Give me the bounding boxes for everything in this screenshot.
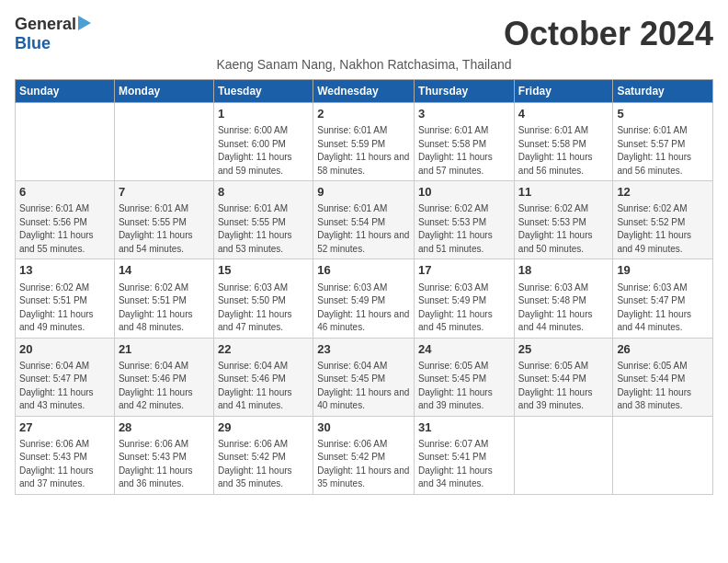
day-number: 23 bbox=[317, 341, 410, 358]
day-number: 30 bbox=[317, 419, 410, 436]
calendar-cell: 26Sunrise: 6:05 AM Sunset: 5:44 PM Dayli… bbox=[613, 338, 713, 416]
week-row-3: 13Sunrise: 6:02 AM Sunset: 5:51 PM Dayli… bbox=[16, 259, 713, 338]
day-info: Sunrise: 6:00 AM Sunset: 6:00 PM Dayligh… bbox=[218, 124, 309, 178]
calendar-header: SundayMondayTuesdayWednesdayThursdayFrid… bbox=[16, 80, 713, 103]
day-info: Sunrise: 6:02 AM Sunset: 5:53 PM Dayligh… bbox=[518, 202, 609, 256]
calendar-cell: 6Sunrise: 6:01 AM Sunset: 5:56 PM Daylig… bbox=[16, 181, 115, 259]
calendar-cell: 3Sunrise: 6:01 AM Sunset: 5:58 PM Daylig… bbox=[415, 103, 515, 181]
day-number: 13 bbox=[19, 262, 110, 279]
day-number: 8 bbox=[218, 184, 309, 201]
day-number: 3 bbox=[418, 106, 510, 122]
day-number: 22 bbox=[218, 341, 309, 358]
calendar-cell: 19Sunrise: 6:03 AM Sunset: 5:47 PM Dayli… bbox=[613, 259, 713, 338]
day-number: 9 bbox=[317, 184, 410, 201]
day-info: Sunrise: 6:01 AM Sunset: 5:58 PM Dayligh… bbox=[418, 124, 510, 178]
calendar-cell: 29Sunrise: 6:06 AM Sunset: 5:42 PM Dayli… bbox=[213, 416, 313, 494]
day-number: 24 bbox=[418, 341, 510, 358]
header-saturday: Saturday bbox=[613, 80, 713, 103]
day-number: 27 bbox=[19, 419, 110, 436]
day-info: Sunrise: 6:04 AM Sunset: 5:46 PM Dayligh… bbox=[218, 360, 309, 413]
day-number: 12 bbox=[617, 184, 709, 201]
day-info: Sunrise: 6:03 AM Sunset: 5:50 PM Dayligh… bbox=[218, 282, 309, 335]
day-info: Sunrise: 6:03 AM Sunset: 5:49 PM Dayligh… bbox=[418, 282, 510, 335]
day-number: 18 bbox=[518, 262, 609, 279]
day-number: 6 bbox=[19, 184, 110, 201]
logo-blue-text: Blue bbox=[15, 34, 51, 53]
day-number: 26 bbox=[617, 341, 709, 358]
day-info: Sunrise: 6:01 AM Sunset: 5:57 PM Dayligh… bbox=[617, 124, 709, 178]
calendar-body: 1Sunrise: 6:00 AM Sunset: 6:00 PM Daylig… bbox=[16, 103, 713, 495]
calendar-cell bbox=[613, 416, 713, 494]
header-sunday: Sunday bbox=[16, 80, 115, 103]
day-number: 5 bbox=[617, 106, 709, 122]
logo: General Blue bbox=[15, 15, 91, 53]
day-info: Sunrise: 6:06 AM Sunset: 5:43 PM Dayligh… bbox=[19, 438, 110, 491]
calendar-cell: 28Sunrise: 6:06 AM Sunset: 5:43 PM Dayli… bbox=[114, 416, 213, 494]
calendar-cell: 22Sunrise: 6:04 AM Sunset: 5:46 PM Dayli… bbox=[213, 338, 313, 416]
day-number: 2 bbox=[317, 106, 410, 122]
day-info: Sunrise: 6:04 AM Sunset: 5:45 PM Dayligh… bbox=[317, 360, 410, 413]
calendar-cell: 20Sunrise: 6:04 AM Sunset: 5:47 PM Dayli… bbox=[16, 338, 115, 416]
location-subtitle: Kaeng Sanam Nang, Nakhon Ratchasima, Tha… bbox=[15, 57, 713, 72]
day-info: Sunrise: 6:03 AM Sunset: 5:47 PM Dayligh… bbox=[617, 282, 709, 335]
calendar-cell: 1Sunrise: 6:00 AM Sunset: 6:00 PM Daylig… bbox=[213, 103, 313, 181]
calendar-cell: 18Sunrise: 6:03 AM Sunset: 5:48 PM Dayli… bbox=[514, 259, 613, 338]
calendar-cell: 27Sunrise: 6:06 AM Sunset: 5:43 PM Dayli… bbox=[16, 416, 115, 494]
calendar-cell: 30Sunrise: 6:06 AM Sunset: 5:42 PM Dayli… bbox=[313, 416, 415, 494]
day-number: 16 bbox=[317, 262, 410, 279]
week-row-2: 6Sunrise: 6:01 AM Sunset: 5:56 PM Daylig… bbox=[16, 181, 713, 259]
header-thursday: Thursday bbox=[415, 80, 515, 103]
calendar-cell: 10Sunrise: 6:02 AM Sunset: 5:53 PM Dayli… bbox=[415, 181, 515, 259]
calendar-cell: 9Sunrise: 6:01 AM Sunset: 5:54 PM Daylig… bbox=[313, 181, 415, 259]
calendar-table: SundayMondayTuesdayWednesdayThursdayFrid… bbox=[15, 79, 713, 495]
calendar-cell bbox=[16, 103, 115, 181]
day-number: 11 bbox=[518, 184, 609, 201]
page-header: General Blue October 2024 bbox=[15, 15, 713, 53]
day-info: Sunrise: 6:07 AM Sunset: 5:41 PM Dayligh… bbox=[418, 438, 510, 491]
calendar-cell: 14Sunrise: 6:02 AM Sunset: 5:51 PM Dayli… bbox=[114, 259, 213, 338]
calendar-cell: 11Sunrise: 6:02 AM Sunset: 5:53 PM Dayli… bbox=[514, 181, 613, 259]
day-info: Sunrise: 6:01 AM Sunset: 5:54 PM Dayligh… bbox=[317, 202, 410, 256]
calendar-cell: 31Sunrise: 6:07 AM Sunset: 5:41 PM Dayli… bbox=[415, 416, 515, 494]
day-info: Sunrise: 6:05 AM Sunset: 5:44 PM Dayligh… bbox=[518, 360, 609, 413]
day-info: Sunrise: 6:06 AM Sunset: 5:42 PM Dayligh… bbox=[218, 438, 309, 491]
week-row-4: 20Sunrise: 6:04 AM Sunset: 5:47 PM Dayli… bbox=[16, 338, 713, 416]
header-row: SundayMondayTuesdayWednesdayThursdayFrid… bbox=[16, 80, 713, 103]
day-info: Sunrise: 6:03 AM Sunset: 5:48 PM Dayligh… bbox=[518, 282, 609, 335]
week-row-5: 27Sunrise: 6:06 AM Sunset: 5:43 PM Dayli… bbox=[16, 416, 713, 494]
day-info: Sunrise: 6:04 AM Sunset: 5:46 PM Dayligh… bbox=[119, 360, 210, 413]
calendar-cell: 5Sunrise: 6:01 AM Sunset: 5:57 PM Daylig… bbox=[613, 103, 713, 181]
logo-general-text: General bbox=[15, 15, 76, 34]
day-number: 20 bbox=[19, 341, 110, 358]
day-number: 15 bbox=[218, 262, 309, 279]
calendar-cell: 25Sunrise: 6:05 AM Sunset: 5:44 PM Dayli… bbox=[514, 338, 613, 416]
day-info: Sunrise: 6:05 AM Sunset: 5:44 PM Dayligh… bbox=[617, 360, 709, 413]
day-number: 19 bbox=[617, 262, 709, 279]
day-number: 4 bbox=[518, 106, 609, 122]
day-number: 17 bbox=[418, 262, 510, 279]
calendar-cell: 4Sunrise: 6:01 AM Sunset: 5:58 PM Daylig… bbox=[514, 103, 613, 181]
calendar-cell: 13Sunrise: 6:02 AM Sunset: 5:51 PM Dayli… bbox=[16, 259, 115, 338]
day-number: 25 bbox=[518, 341, 609, 358]
day-number: 31 bbox=[418, 419, 510, 436]
calendar-cell: 21Sunrise: 6:04 AM Sunset: 5:46 PM Dayli… bbox=[114, 338, 213, 416]
header-tuesday: Tuesday bbox=[213, 80, 313, 103]
month-title: October 2024 bbox=[504, 15, 713, 53]
calendar-cell: 7Sunrise: 6:01 AM Sunset: 5:55 PM Daylig… bbox=[114, 181, 213, 259]
calendar-cell: 24Sunrise: 6:05 AM Sunset: 5:45 PM Dayli… bbox=[415, 338, 515, 416]
day-info: Sunrise: 6:02 AM Sunset: 5:52 PM Dayligh… bbox=[617, 202, 709, 256]
day-number: 21 bbox=[119, 341, 210, 358]
day-number: 29 bbox=[218, 419, 309, 436]
day-info: Sunrise: 6:04 AM Sunset: 5:47 PM Dayligh… bbox=[19, 360, 110, 413]
calendar-cell: 8Sunrise: 6:01 AM Sunset: 5:55 PM Daylig… bbox=[213, 181, 313, 259]
day-info: Sunrise: 6:02 AM Sunset: 5:53 PM Dayligh… bbox=[418, 202, 510, 256]
day-number: 1 bbox=[218, 106, 309, 122]
calendar-cell: 23Sunrise: 6:04 AM Sunset: 5:45 PM Dayli… bbox=[313, 338, 415, 416]
calendar-cell bbox=[114, 103, 213, 181]
calendar-cell: 15Sunrise: 6:03 AM Sunset: 5:50 PM Dayli… bbox=[213, 259, 313, 338]
header-monday: Monday bbox=[114, 80, 213, 103]
day-info: Sunrise: 6:01 AM Sunset: 5:59 PM Dayligh… bbox=[317, 124, 410, 178]
week-row-1: 1Sunrise: 6:00 AM Sunset: 6:00 PM Daylig… bbox=[16, 103, 713, 181]
day-info: Sunrise: 6:01 AM Sunset: 5:55 PM Dayligh… bbox=[119, 202, 210, 256]
calendar-cell: 17Sunrise: 6:03 AM Sunset: 5:49 PM Dayli… bbox=[415, 259, 515, 338]
